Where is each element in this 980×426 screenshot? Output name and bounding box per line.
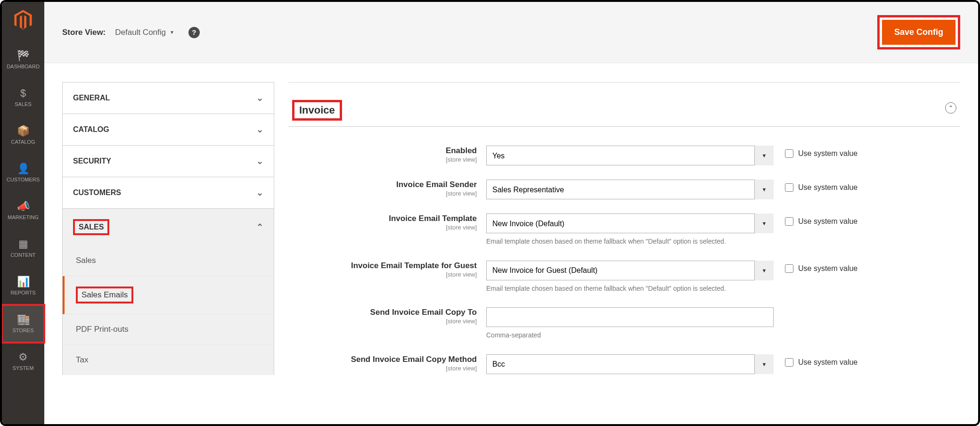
field-copy-to-input[interactable] xyxy=(486,307,774,327)
save-config-highlight: Save Config xyxy=(877,15,960,49)
nav-marketing[interactable]: 📣MARKETING xyxy=(2,192,44,229)
collapse-icon[interactable]: ⌃ xyxy=(945,102,956,114)
field-template-guest-label: Invoice Email Template for Guest[store v… xyxy=(288,261,486,279)
field-template-guest-select[interactable]: New Invoice for Guest (Default) xyxy=(486,261,774,280)
checkbox[interactable] xyxy=(785,217,793,226)
tab-sales-subitems: Sales Sales Emails PDF Print-outs Tax xyxy=(62,246,274,375)
nav-stores[interactable]: 🏬STORES xyxy=(2,305,44,343)
field-enabled-select[interactable]: Yes xyxy=(486,146,774,165)
field-template-system[interactable]: Use system value xyxy=(785,213,858,226)
nav-sales[interactable]: $SALES xyxy=(2,79,44,116)
checkbox[interactable] xyxy=(785,264,793,273)
field-template-guest-note: Email template chosen based on theme fal… xyxy=(486,284,774,294)
field-sender-label: Invoice Email Sender[store view] xyxy=(288,180,486,198)
store-view-switcher: Store View: Default Config ? xyxy=(62,27,200,38)
checkbox[interactable] xyxy=(785,183,793,192)
field-enabled-system[interactable]: Use system value xyxy=(785,146,858,158)
dollar-icon: $ xyxy=(20,88,26,98)
field-copy-method-select[interactable]: Bcc xyxy=(486,354,774,374)
checkbox[interactable] xyxy=(785,149,793,158)
megaphone-icon: 📣 xyxy=(17,201,30,212)
chevron-down-icon xyxy=(256,156,263,166)
box-icon: 📦 xyxy=(17,126,30,136)
field-copy-to-label: Send Invoice Email Copy To[store view] xyxy=(288,307,486,326)
section-title-highlight: Invoice xyxy=(292,100,342,121)
field-template-label: Invoice Email Template[store view] xyxy=(288,213,486,232)
store-view-label: Store View: xyxy=(62,28,106,37)
layout-icon: ▦ xyxy=(18,239,28,249)
field-copy-to-note: Comma-separated xyxy=(486,331,774,340)
chevron-up-icon xyxy=(256,222,263,232)
page-header: Store View: Default Config ? Save Config xyxy=(44,2,978,63)
subtab-sales-emails[interactable]: Sales Emails xyxy=(63,276,274,314)
magento-logo xyxy=(12,9,34,32)
subtab-sales-emails-highlight: Sales Emails xyxy=(76,287,133,303)
admin-sidebar: 🏁DASHBOARD $SALES 📦CATALOG 👤CUSTOMERS 📣M… xyxy=(2,2,44,424)
field-template-note: Email template chosen based on theme fal… xyxy=(486,237,774,246)
config-section: Invoice ⌃ Enabled[store view] Yes Use sy… xyxy=(288,82,960,424)
nav-customers[interactable]: 👤CUSTOMERS xyxy=(2,154,44,192)
tab-sales-highlight: SALES xyxy=(73,219,109,235)
field-template-guest-system[interactable]: Use system value xyxy=(785,261,858,273)
config-tabs: GENERAL CATALOG SECURITY CUSTOMERS SALES… xyxy=(62,82,274,424)
subtab-pdf[interactable]: PDF Print-outs xyxy=(63,314,274,345)
subtab-sales[interactable]: Sales xyxy=(63,246,274,276)
save-config-button[interactable]: Save Config xyxy=(882,20,956,45)
gauge-icon: 🏁 xyxy=(17,50,30,61)
chevron-down-icon xyxy=(256,188,263,198)
field-copy-to: Send Invoice Email Copy To[store view] C… xyxy=(288,307,960,340)
field-enabled-label: Enabled[store view] xyxy=(288,146,486,164)
nav-content[interactable]: ▦CONTENT xyxy=(2,229,44,267)
bars-icon: 📊 xyxy=(17,277,30,287)
nav-catalog[interactable]: 📦CATALOG xyxy=(2,116,44,154)
person-icon: 👤 xyxy=(17,164,30,174)
field-copy-method: Send Invoice Email Copy Method[store vie… xyxy=(288,354,960,374)
field-sender: Invoice Email Sender[store view] Sales R… xyxy=(288,180,960,199)
tab-customers[interactable]: CUSTOMERS xyxy=(62,177,274,208)
field-copy-method-system[interactable]: Use system value xyxy=(785,354,858,367)
field-sender-select[interactable]: Sales Representative xyxy=(486,180,774,199)
tab-general[interactable]: GENERAL xyxy=(62,82,274,114)
chevron-down-icon xyxy=(256,93,263,103)
store-icon: 🏬 xyxy=(17,314,30,325)
section-header[interactable]: Invoice ⌃ xyxy=(288,90,960,127)
nav-system[interactable]: ⚙SYSTEM xyxy=(2,343,44,380)
field-template-select[interactable]: New Invoice (Default) xyxy=(486,213,774,233)
field-template-guest: Invoice Email Template for Guest[store v… xyxy=(288,261,960,294)
store-view-selector[interactable]: Default Config xyxy=(115,28,174,37)
nav-dashboard[interactable]: 🏁DASHBOARD xyxy=(2,41,44,79)
chevron-down-icon xyxy=(256,124,263,135)
tab-catalog[interactable]: CATALOG xyxy=(62,114,274,145)
gear-icon: ⚙ xyxy=(18,352,28,362)
tab-security[interactable]: SECURITY xyxy=(62,145,274,177)
section-title: Invoice xyxy=(299,104,335,116)
section-top-divider xyxy=(288,82,960,83)
field-sender-system[interactable]: Use system value xyxy=(785,180,858,192)
tab-sales[interactable]: SALES xyxy=(62,208,274,246)
nav-reports[interactable]: 📊REPORTS xyxy=(2,267,44,305)
field-template: Invoice Email Template[store view] New I… xyxy=(288,213,960,246)
subtab-tax[interactable]: Tax xyxy=(63,345,274,375)
field-copy-method-label: Send Invoice Email Copy Method[store vie… xyxy=(288,354,486,373)
help-icon[interactable]: ? xyxy=(188,27,200,38)
checkbox[interactable] xyxy=(785,358,793,367)
field-enabled: Enabled[store view] Yes Use system value xyxy=(288,146,960,165)
